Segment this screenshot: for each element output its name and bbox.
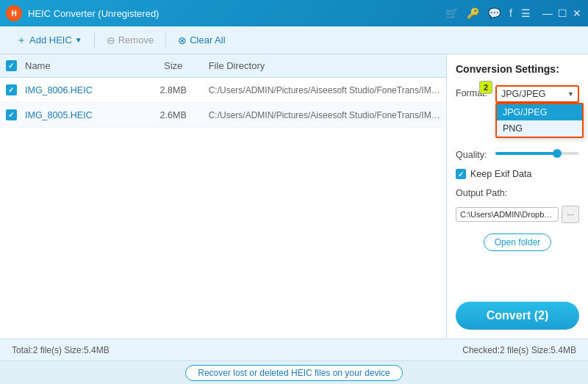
minimize-button[interactable]: — [542, 8, 553, 18]
table-row: IMG_8005.HEIC 2.6MB C:/Users/ADMIN/Pictu… [0, 103, 446, 128]
table-header: Name Size File Directory [0, 54, 446, 78]
title-bar: H HEIC Converter (Unregistered) 🛒 🔑 💬 f … [0, 0, 588, 26]
recover-button[interactable]: Recover lost or deleted HEIC files on yo… [185, 365, 402, 381]
remove-button[interactable]: ⊖ Remove [99, 32, 161, 49]
cart-icon[interactable]: 🛒 [445, 7, 458, 19]
select-all-checkbox[interactable] [6, 60, 17, 71]
row-check-1[interactable] [0, 84, 22, 95]
quality-slider-thumb[interactable] [553, 149, 562, 158]
clear-all-button[interactable]: ⊗ Clear All [171, 32, 232, 49]
row-size-2: 2.6MB [144, 110, 203, 120]
format-dropdown-container: JPG/JPEG PNG ▼ JPG/JPEG PNG 2 [495, 85, 579, 103]
close-button[interactable]: ✕ [572, 8, 582, 18]
row-dir-1: C:/Users/ADMIN/Pictures/Aiseesoft Studio… [203, 85, 446, 95]
main-container: Name Size File Directory IMG_8006.HEIC 2… [0, 54, 588, 338]
app-logo: H [6, 5, 22, 21]
quality-slider-fill [495, 152, 554, 155]
clear-all-label: Clear All [190, 35, 225, 46]
keep-exif-checkbox[interactable] [456, 169, 466, 179]
format-popup-option-png[interactable]: PNG [497, 120, 582, 137]
quality-slider-track[interactable] [495, 152, 579, 155]
add-dropdown-arrow[interactable]: ▼ [75, 36, 82, 44]
output-path-label: Output Path: [456, 188, 579, 198]
output-path-display: C:\Users\ADMIN\Dropbox\PC\ [456, 207, 559, 222]
toolbar-separator-1 [94, 33, 95, 48]
format-row: Format: JPG/JPEG PNG ▼ JPG/JPEG PNG 2 [456, 85, 579, 103]
clear-icon: ⊗ [178, 35, 187, 46]
quality-row: Quality: [456, 147, 579, 160]
row-checkbox-1[interactable] [6, 84, 17, 95]
convert-button[interactable]: Convert (2) [456, 302, 579, 330]
header-size: Size [144, 60, 203, 71]
add-heic-button[interactable]: ＋ Add HEIC ▼ [9, 31, 90, 50]
format-select[interactable]: JPG/JPEG PNG [497, 87, 578, 101]
add-heic-label: Add HEIC [29, 35, 72, 46]
header-check [0, 60, 22, 71]
row-dir-2: C:/Users/ADMIN/Pictures/Aiseesoft Studio… [203, 110, 446, 120]
format-dropdown-popup: JPG/JPEG PNG [495, 103, 584, 138]
status-right: Checked:2 file(s) Size:5.4MB [462, 345, 576, 355]
app-title: HEIC Converter (Unregistered) [28, 8, 445, 19]
window-controls: — ☐ ✕ [542, 8, 582, 18]
remove-icon: ⊖ [107, 35, 115, 46]
toolbar-separator-2 [165, 33, 166, 48]
output-path-row: C:\Users\ADMIN\Dropbox\PC\ ··· [456, 206, 579, 223]
row-checkbox-2[interactable] [6, 109, 17, 120]
row-name-2: IMG_8005.HEIC [22, 110, 144, 120]
menu-icon[interactable]: ☰ [521, 7, 531, 19]
toolbar: ＋ Add HEIC ▼ ⊖ Remove ⊗ Clear All [0, 26, 588, 54]
panel-title: Conversion Settings: [456, 63, 579, 75]
open-folder-button[interactable]: Open folder [484, 233, 552, 251]
header-directory: File Directory [203, 60, 446, 71]
keep-exif-label: Keep Exif Data [470, 169, 531, 179]
header-name: Name [22, 60, 144, 71]
format-popup-option-jpg[interactable]: JPG/JPEG [497, 104, 582, 120]
maximize-button[interactable]: ☐ [557, 8, 567, 18]
row-size-1: 2.8MB [144, 85, 203, 95]
remove-label: Remove [118, 35, 154, 46]
browse-button[interactable]: ··· [562, 206, 579, 223]
add-icon: ＋ [16, 34, 26, 47]
quality-label: Quality: [456, 147, 491, 160]
row-name-1: IMG_8006.HEIC [22, 85, 144, 95]
facebook-icon[interactable]: f [509, 7, 512, 19]
chat-icon[interactable]: 💬 [488, 7, 501, 19]
file-list-panel: Name Size File Directory IMG_8006.HEIC 2… [0, 54, 447, 338]
quality-slider-container [495, 152, 579, 155]
right-panel: Conversion Settings: Format: JPG/JPEG PN… [447, 54, 588, 338]
bottom-banner: Recover lost or deleted HEIC files on yo… [0, 361, 588, 384]
title-bar-icons: 🛒 🔑 💬 f ☰ — ☐ ✕ [445, 7, 582, 19]
key-icon[interactable]: 🔑 [467, 7, 479, 19]
table-row: IMG_8006.HEIC 2.8MB C:/Users/ADMIN/Pictu… [0, 78, 446, 103]
format-badge: 2 [479, 81, 492, 94]
keep-exif-row: Keep Exif Data [456, 169, 579, 179]
status-left: Total:2 file(s) Size:5.4MB [12, 345, 110, 355]
table-body: IMG_8006.HEIC 2.8MB C:/Users/ADMIN/Pictu… [0, 78, 446, 338]
status-bar: Total:2 file(s) Size:5.4MB Checked:2 fil… [0, 338, 588, 361]
row-check-2[interactable] [0, 109, 22, 120]
